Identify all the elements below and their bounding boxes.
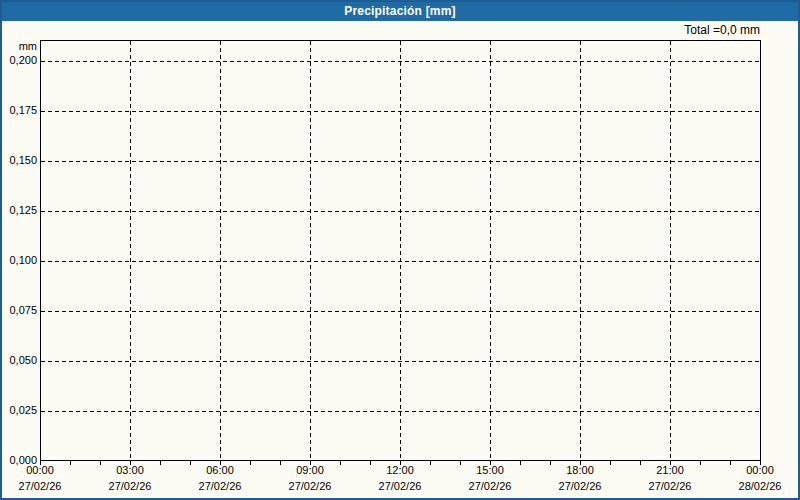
plot-area — [40, 40, 761, 461]
x-axis-date-label: 27/02/26 — [634, 479, 706, 493]
x-axis-minor-tick — [250, 461, 251, 465]
gridline-vertical — [400, 41, 401, 460]
gridline-vertical — [220, 41, 221, 460]
x-axis-minor-tick — [640, 461, 641, 465]
x-axis-minor-tick — [700, 461, 701, 465]
x-axis-minor-tick — [430, 461, 431, 465]
x-axis-date-label: 28/02/26 — [724, 479, 796, 493]
x-axis-date-label: 27/02/26 — [184, 479, 256, 493]
chart-window: Precipitación [mm] Total =0,0 mm mm 0,20… — [0, 0, 800, 500]
x-axis-minor-tick — [310, 461, 311, 465]
x-axis-minor-tick — [100, 461, 101, 465]
x-axis-date-label: 27/02/26 — [364, 479, 436, 493]
y-axis-tick-label: 0,075 — [0, 304, 37, 317]
x-axis-minor-tick — [520, 461, 521, 465]
x-axis-minor-tick — [130, 461, 131, 465]
x-axis-date-label: 27/02/26 — [454, 479, 526, 493]
y-axis-tick-label: 0,175 — [0, 104, 37, 117]
y-axis-unit-label: mm — [0, 40, 37, 52]
x-axis-minor-tick — [730, 461, 731, 465]
y-axis-tick-label: 0,025 — [0, 404, 37, 417]
x-axis-minor-tick — [580, 461, 581, 465]
x-axis-minor-tick — [490, 461, 491, 465]
gridline-vertical — [130, 41, 131, 460]
y-axis-tick-label: 0,200 — [0, 54, 37, 67]
x-axis-minor-tick — [190, 461, 191, 465]
y-axis-tick-label: 0,125 — [0, 204, 37, 217]
x-axis-minor-tick — [670, 461, 671, 465]
x-axis-minor-tick — [550, 461, 551, 465]
y-axis-tick-label: 0,050 — [0, 354, 37, 367]
x-axis-date-label: 27/02/26 — [4, 479, 76, 493]
x-axis-minor-tick — [280, 461, 281, 465]
x-axis-minor-tick — [400, 461, 401, 465]
x-axis-date-label: 27/02/26 — [274, 479, 346, 493]
total-annotation: Total =0,0 mm — [684, 23, 760, 37]
y-axis-tick-label: 0,100 — [0, 254, 37, 267]
x-axis-minor-tick — [370, 461, 371, 465]
gridline-vertical — [580, 41, 581, 460]
gridline-vertical — [310, 41, 311, 460]
x-axis-minor-tick — [220, 461, 221, 465]
chart-title-bar: Precipitación [mm] — [0, 0, 800, 21]
x-axis-minor-tick — [340, 461, 341, 465]
gridline-vertical — [670, 41, 671, 460]
x-axis-minor-tick — [70, 461, 71, 465]
x-axis-minor-tick — [760, 461, 761, 465]
chart-title: Precipitación [mm] — [344, 4, 456, 18]
gridline-vertical — [490, 41, 491, 460]
x-axis-minor-tick — [40, 461, 41, 465]
x-axis-date-label: 27/02/26 — [544, 479, 616, 493]
x-axis-minor-tick — [460, 461, 461, 465]
y-axis-tick-label: 0,150 — [0, 154, 37, 167]
x-axis-minor-tick — [160, 461, 161, 465]
x-axis-minor-tick — [610, 461, 611, 465]
x-axis-date-label: 27/02/26 — [94, 479, 166, 493]
x-axis-ticks — [40, 461, 762, 467]
